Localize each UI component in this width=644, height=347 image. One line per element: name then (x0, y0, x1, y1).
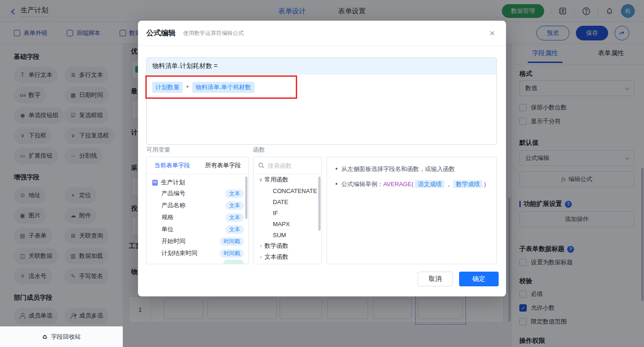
formula-operator: * (186, 84, 189, 91)
variables-tab[interactable]: 当前表单字段 (147, 157, 198, 174)
functions-scrollbar[interactable] (318, 176, 321, 231)
field-row[interactable]: 计划结束时间 时间戳 (147, 247, 248, 259)
search-icon (258, 162, 264, 169)
modal-subtitle: 使用数学运算符编辑公式 (183, 29, 244, 37)
help-panel: • 从左侧面板选择字段名和函数，或输入函数 • 公式编辑举例：AVERAGE(语… (327, 157, 497, 264)
field-row[interactable]: 单位 文本 (147, 223, 248, 235)
functions-label: 函数 (253, 146, 265, 154)
variables-label: 可用变量 (146, 146, 170, 154)
field-type-badge: 文本 (225, 213, 244, 222)
function-row[interactable]: › 数学函数 (253, 240, 322, 251)
field-type-badge: 文本 (225, 189, 244, 198)
bullet-icon: • (335, 165, 338, 173)
field-row[interactable]: 规格 文本 (147, 211, 248, 223)
example-field-chip: 语文成绩 (415, 180, 444, 188)
field-type-badge: 文本 (225, 201, 244, 210)
field-type-badge: 文本 (225, 225, 244, 234)
function-row[interactable]: IF (253, 207, 322, 218)
field-recycle-bin[interactable]: ♻ 字段回收站 (0, 326, 123, 347)
field-row[interactable]: 开始时间 时间戳 (147, 235, 248, 247)
function-row[interactable]: DATE (253, 196, 322, 207)
field-type-badge: 时间戳 (220, 237, 244, 246)
formula-editor[interactable]: 物料清单.计划耗材数 = 计划数量 * 物料清单.单个耗材数 (146, 57, 497, 145)
formula-expression[interactable]: 计划数量 * 物料清单.单个耗材数 (147, 74, 496, 100)
field-type-badge-partial (224, 260, 244, 264)
formula-editor-modal: 公式编辑 使用数学运算符编辑公式 × 物料清单.计划耗材数 = 计划数量 * 物… (138, 21, 506, 296)
tree-chevron-icon: › (257, 243, 264, 249)
close-icon[interactable]: × (489, 28, 495, 39)
function-name: AVERAGE( (383, 181, 414, 188)
function-row[interactable]: CONCATENATE (253, 185, 322, 196)
field-type-badge: 时间戳 (220, 249, 244, 258)
function-row[interactable]: › 文本函数 (253, 251, 322, 262)
function-row[interactable]: MAPX (253, 218, 322, 229)
variables-scrollbar[interactable] (245, 176, 247, 219)
help-example-line: 公式编辑举例：AVERAGE(语文成绩，数学成绩) (341, 180, 486, 188)
tree-root-form[interactable]: 生产计划 (147, 174, 248, 188)
modal-title: 公式编辑 (146, 28, 176, 38)
tree-chevron-icon: ∨ (257, 176, 264, 183)
form-doc-icon (152, 180, 158, 186)
cancel-button[interactable]: 取消 (418, 272, 453, 286)
bullet-icon: • (335, 180, 338, 188)
function-row[interactable]: ∨ 常用函数 (253, 174, 322, 185)
variables-panel: 当前表单字段所有表单字段 生产计划 产品编号 文本 产品名称 文本 规格 文本 (146, 157, 249, 264)
variables-tab[interactable]: 所有表单字段 (198, 157, 249, 174)
recycle-icon: ♻ (42, 334, 47, 341)
function-search-input[interactable] (268, 162, 314, 169)
confirm-button[interactable]: 确定 (459, 272, 499, 286)
example-field-chip: 数学成绩 (453, 180, 483, 188)
function-row[interactable]: SUM (253, 229, 322, 240)
functions-panel: ∨ 常用函数 CONCATENATE DATE IF (253, 157, 322, 264)
field-row[interactable]: 产品名称 文本 (147, 199, 248, 211)
help-line: 从左侧面板选择字段名和函数，或输入函数 (341, 165, 455, 173)
formula-token[interactable]: 计划数量 (152, 82, 183, 93)
formula-token[interactable]: 物料清单.单个耗材数 (192, 82, 254, 93)
tree-chevron-icon: › (257, 254, 264, 260)
formula-target: 物料清单.计划耗材数 = (147, 58, 496, 74)
field-row[interactable]: 产品编号 文本 (147, 188, 248, 199)
